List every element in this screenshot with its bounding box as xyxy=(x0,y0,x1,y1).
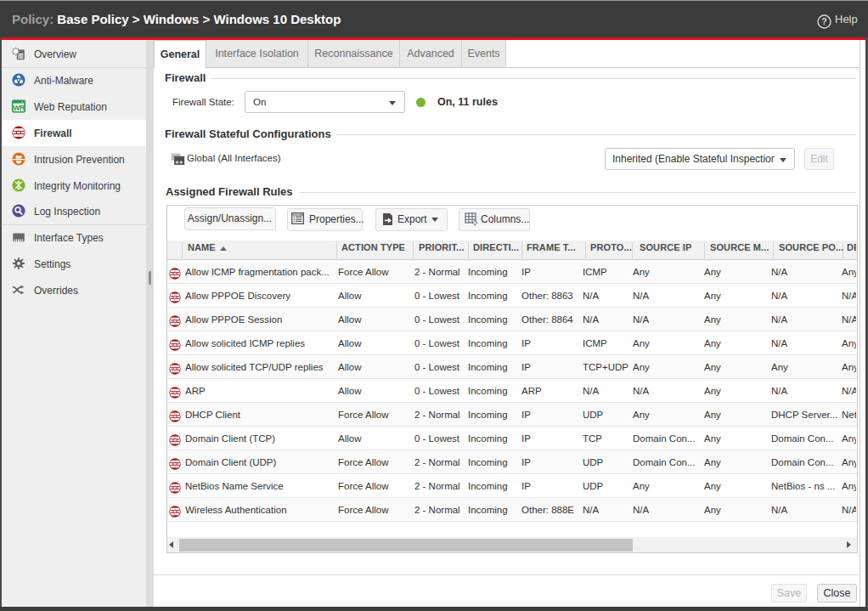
svg-text:?: ? xyxy=(821,16,826,26)
svg-text:WR: WR xyxy=(13,104,25,112)
